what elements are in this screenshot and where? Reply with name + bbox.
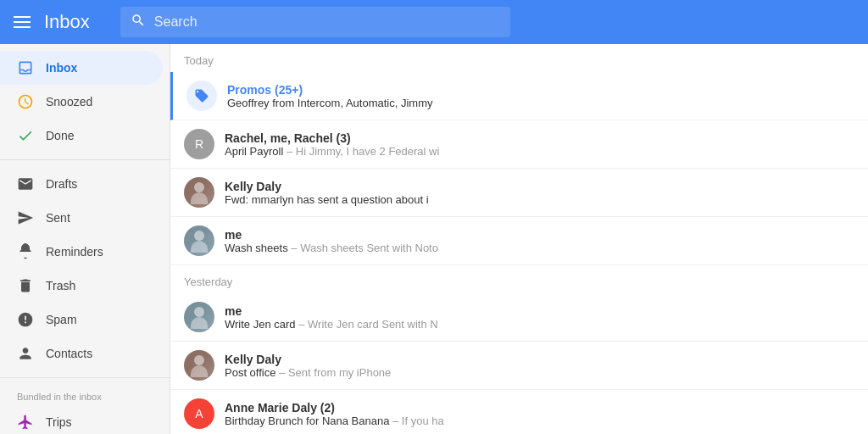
hamburger-icon[interactable] [14, 16, 31, 28]
sidebar-item-trips[interactable]: Trips [0, 405, 163, 434]
email-from-kelly2: Kelly Daly [225, 353, 854, 366]
email-subject-anne: Birthday Brunch for Nana Banana [225, 415, 389, 427]
sidebar-item-spam[interactable]: Spam [0, 303, 163, 337]
email-subject-me1: Wash sheets [225, 242, 288, 254]
email-preview-promos: Geoffrey from Intercom, Automatic, Jimmy [227, 97, 854, 109]
email-preview-kelly1: Fwd: mmarlyn has sent a question about i [225, 193, 854, 206]
inbox-icon [17, 59, 34, 76]
email-content-kelly2: Kelly Daly Post office – Sent from my iP… [225, 353, 854, 379]
email-preview-me2: Write Jen card – Write Jen card Sent wit… [225, 318, 854, 331]
sidebar-label-done: Done [46, 129, 74, 142]
avatar-me2 [184, 302, 214, 332]
email-subject-rachel: April Payroll [225, 145, 283, 158]
avatar-me1 [184, 225, 214, 256]
email-content-me2: me Write Jen card – Write Jen card Sent … [225, 304, 854, 331]
email-from-rachel: Rachel, me, Rachel (3) [225, 131, 854, 145]
email-from-anne: Anne Marie Daly (2) [225, 401, 854, 415]
avatar-anne: A [184, 398, 214, 429]
sidebar-divider-2 [0, 377, 170, 378]
email-content-kelly1: Kelly Daly Fwd: mmarlyn has sent a quest… [225, 180, 854, 206]
avatar-kelly1 [184, 177, 214, 208]
avatar-kelly2 [184, 350, 214, 381]
sidebar-item-done[interactable]: Done [0, 119, 163, 153]
email-subject-kelly1: Fwd: mmarlyn has sent a question about i [225, 193, 429, 206]
sidebar-label-drafts: Drafts [46, 177, 77, 191]
email-row-kelly2[interactable]: Kelly Daly Post office – Sent from my iP… [170, 342, 868, 390]
email-subject-promos: Geoffrey from Intercom, Automatic, Jimmy [227, 97, 433, 109]
sidebar-label-trash: Trash [46, 279, 75, 292]
search-icon [131, 13, 146, 31]
email-from-promos: Promos (25+) [227, 83, 854, 97]
top-bar: Inbox [0, 0, 868, 44]
contacts-icon [17, 345, 34, 362]
email-row-anne[interactable]: A Anne Marie Daly (2) Birthday Brunch fo… [170, 390, 868, 434]
today-header: Today [170, 44, 868, 72]
search-input[interactable] [154, 14, 500, 30]
sidebar-item-sent[interactable]: Sent [0, 201, 163, 235]
email-row-promos[interactable]: Promos (25+) Geoffrey from Intercom, Aut… [170, 72, 868, 120]
promo-tag-icon [186, 81, 217, 111]
app-title: Inbox [44, 11, 90, 33]
email-preview-text-anne: – If you ha [392, 415, 444, 427]
email-row-rachel[interactable]: R Rachel, me, Rachel (3) April Payroll –… [170, 120, 868, 169]
bundled-label: Bundled in the inbox [0, 385, 170, 405]
avatar-rachel: R [184, 129, 214, 159]
spam-icon [17, 311, 34, 328]
email-row-me1[interactable]: me Wash sheets – Wash sheets Sent with N… [170, 217, 868, 265]
email-preview-rachel: April Payroll – Hi Jimmy, I have 2 Feder… [225, 145, 854, 158]
email-preview-me1: Wash sheets – Wash sheets Sent with Noto [225, 242, 854, 254]
email-preview-anne: Birthday Brunch for Nana Banana – If you… [225, 415, 854, 427]
email-from-me2: me [225, 304, 854, 318]
reminders-icon [17, 243, 34, 260]
email-row-kelly1[interactable]: Kelly Daly Fwd: mmarlyn has sent a quest… [170, 169, 868, 217]
drafts-icon [17, 175, 34, 192]
email-subject-me2: Write Jen card [225, 318, 296, 331]
email-from-me1: me [225, 228, 854, 242]
trips-icon [17, 414, 34, 431]
email-content-promos: Promos (25+) Geoffrey from Intercom, Aut… [227, 83, 854, 109]
email-preview-text-me1: – Wash sheets Sent with Noto [291, 242, 438, 254]
sidebar-item-inbox[interactable]: Inbox [0, 51, 163, 85]
email-preview-kelly2: Post office – Sent from my iPhone [225, 366, 854, 379]
email-content-rachel: Rachel, me, Rachel (3) April Payroll – H… [225, 131, 854, 158]
sidebar-divider-1 [0, 159, 170, 160]
snoozed-icon [17, 93, 34, 110]
email-row-me2[interactable]: me Write Jen card – Write Jen card Sent … [170, 293, 868, 342]
email-from-kelly1: Kelly Daly [225, 180, 854, 193]
yesterday-header: Yesterday [170, 265, 868, 293]
sidebar-label-trips: Trips [46, 415, 72, 429]
sidebar-label-inbox: Inbox [46, 61, 77, 75]
sidebar-item-snoozed[interactable]: Snoozed [0, 85, 163, 119]
sidebar-label-contacts: Contacts [46, 347, 92, 360]
sidebar-label-spam: Spam [46, 313, 77, 326]
main-layout: Inbox Snoozed Done [0, 44, 868, 434]
email-subject-kelly2: Post office [225, 366, 275, 379]
sidebar-label-sent: Sent [46, 211, 70, 225]
sidebar-item-contacts[interactable]: Contacts [0, 337, 163, 370]
trash-icon [17, 277, 34, 294]
email-preview-text-kelly2: – Sent from my iPhone [279, 366, 391, 379]
sent-icon [17, 209, 34, 226]
email-preview-text-me2: – Write Jen card Sent with N [298, 318, 438, 331]
email-content-me1: me Wash sheets – Wash sheets Sent with N… [225, 228, 854, 254]
sidebar-item-trash[interactable]: Trash [0, 269, 163, 303]
sidebar-label-snoozed: Snoozed [46, 95, 92, 108]
sidebar-item-reminders[interactable]: Reminders [0, 235, 163, 269]
email-preview-text-rachel: – Hi Jimmy, I have 2 Federal wi [287, 145, 439, 158]
email-list: Today Promos (25+) Geoffrey from Interco… [170, 44, 868, 434]
search-bar [120, 7, 510, 37]
sidebar: Inbox Snoozed Done [0, 44, 170, 434]
email-content-anne: Anne Marie Daly (2) Birthday Brunch for … [225, 401, 854, 427]
done-icon [17, 127, 34, 144]
sidebar-label-reminders: Reminders [46, 245, 103, 259]
sidebar-item-drafts[interactable]: Drafts [0, 167, 163, 201]
